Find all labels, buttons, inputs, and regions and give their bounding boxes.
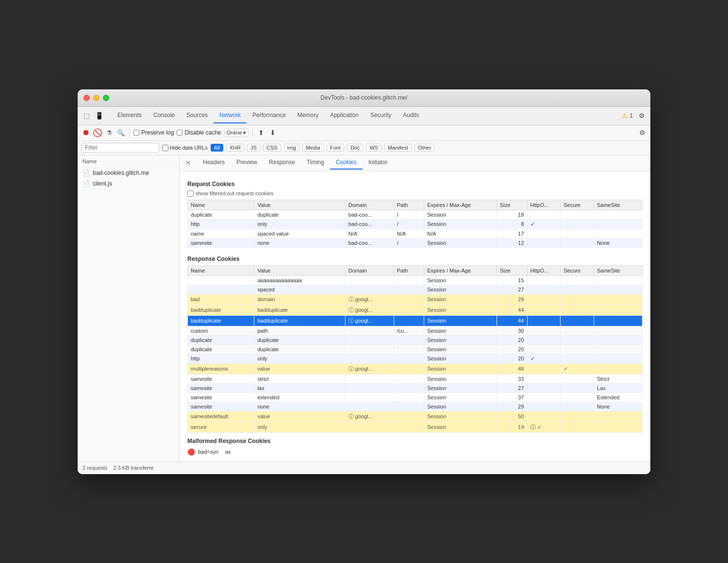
response-row-cell[interactable]: Session	[424, 392, 497, 402]
response-row-cell[interactable]: ✓	[561, 363, 594, 374]
tab-network[interactable]: Network	[214, 108, 247, 123]
request-row-cell[interactable]: None	[594, 238, 642, 247]
preserve-log-checkbox[interactable]	[133, 130, 139, 136]
response-row-cell[interactable]	[345, 326, 394, 335]
response-row-cell[interactable]	[394, 402, 424, 411]
tab-elements[interactable]: Elements	[112, 108, 148, 123]
request-row-cell[interactable]: 17	[497, 229, 527, 238]
close-button[interactable]	[83, 95, 90, 101]
search-icon[interactable]: 🔍	[116, 128, 125, 137]
request-row-cell[interactable]: name	[188, 229, 254, 238]
response-row-cell[interactable]: duplicate	[188, 335, 254, 344]
request-row-cell[interactable]: duplicate	[254, 210, 345, 219]
response-row-cell[interactable]: badduplicate	[188, 305, 254, 315]
response-row-cell[interactable]: samesite	[188, 392, 254, 402]
response-row-cell[interactable]: 27	[497, 383, 527, 392]
request-row-cell[interactable]: Session	[424, 238, 497, 247]
response-row-cell[interactable]: Session	[424, 335, 497, 344]
response-table-row[interactable]: samesitedefaultvalueⓘ googl...Session50	[188, 411, 643, 422]
request-row-cell[interactable]: bad-coo...	[345, 219, 394, 229]
response-row-cell[interactable]	[527, 344, 561, 354]
response-row-cell[interactable]	[394, 374, 424, 383]
response-row-cell[interactable]: Session	[424, 363, 497, 374]
minimize-button[interactable]	[93, 95, 99, 101]
response-table-row[interactable]: aaaaaaaaaaaaaaaSession15	[188, 275, 643, 285]
response-row-cell[interactable]	[527, 374, 561, 383]
request-row-cell[interactable]: 12	[497, 238, 527, 247]
request-row-cell[interactable]	[594, 229, 642, 238]
response-row-cell[interactable]: lax	[254, 383, 345, 392]
sub-tab-headers[interactable]: Headers	[197, 156, 231, 170]
response-row-cell[interactable]	[188, 285, 254, 294]
response-row-cell[interactable]: Session	[424, 344, 497, 354]
response-row-cell[interactable]	[594, 285, 642, 294]
filter-input[interactable]	[82, 143, 159, 153]
filter-type-manifest[interactable]: Manifest	[384, 144, 412, 152]
response-row-cell[interactable]	[561, 422, 594, 432]
response-row-cell[interactable]: value	[254, 411, 345, 422]
response-row-cell[interactable]: badduplicate	[254, 305, 345, 315]
response-row-cell[interactable]	[188, 275, 254, 285]
request-row-cell[interactable]: bad-coo...	[345, 238, 394, 247]
filter-type-js[interactable]: JS	[247, 144, 260, 152]
response-table-row[interactable]: samesiteextendedSession37Extended	[188, 392, 643, 402]
response-row-cell[interactable]	[561, 326, 594, 335]
response-row-cell[interactable]: spaced	[254, 285, 345, 294]
sub-tab-timing[interactable]: Timing	[301, 156, 330, 170]
response-table-row[interactable]: secureonlySession19ⓘ ✓	[188, 422, 643, 432]
response-row-cell[interactable]: /cu...	[394, 326, 424, 335]
response-table-row[interactable]: multiplereasonsvalueⓘ googl...Session48✓	[188, 363, 643, 374]
response-row-cell[interactable]	[394, 285, 424, 294]
response-row-cell[interactable]	[527, 335, 561, 344]
response-row-cell[interactable]	[594, 326, 642, 335]
response-row-cell[interactable]: 33	[497, 374, 527, 383]
response-row-cell[interactable]	[394, 275, 424, 285]
response-row-cell[interactable]	[394, 305, 424, 315]
response-row-cell[interactable]: strict	[254, 374, 345, 383]
filter-type-xhr[interactable]: XHR	[226, 144, 244, 152]
settings-icon[interactable]: ⚙	[637, 111, 646, 120]
request-row-cell[interactable]: duplicate	[188, 210, 254, 219]
response-row-cell[interactable]	[345, 275, 394, 285]
disable-cache-checkbox[interactable]	[177, 130, 182, 136]
response-row-cell[interactable]	[594, 305, 642, 315]
tab-sources[interactable]: Sources	[181, 108, 214, 123]
response-row-cell[interactable]	[594, 275, 642, 285]
response-row-cell[interactable]	[594, 294, 642, 305]
response-row-cell[interactable]	[345, 422, 394, 432]
download-icon[interactable]: ⬇	[268, 128, 277, 137]
response-row-cell[interactable]	[527, 294, 561, 305]
response-row-cell[interactable]: http	[188, 354, 254, 363]
show-filtered-label[interactable]: show filtered out request cookies	[187, 190, 273, 197]
response-row-cell[interactable]	[345, 285, 394, 294]
response-table-row[interactable]: httponlySession20✓	[188, 354, 643, 363]
sub-tab-preview[interactable]: Preview	[231, 156, 263, 170]
response-row-cell[interactable]	[345, 354, 394, 363]
clear-icon[interactable]: 🚫	[93, 128, 102, 137]
response-row-cell[interactable]: none	[254, 402, 345, 411]
response-row-cell[interactable]	[394, 294, 424, 305]
response-row-cell[interactable]	[561, 335, 594, 344]
network-settings-icon[interactable]: ⚙	[638, 128, 646, 137]
response-row-cell[interactable]	[345, 374, 394, 383]
request-row-cell[interactable]	[561, 238, 594, 247]
response-row-cell[interactable]: samesite	[188, 374, 254, 383]
response-row-cell[interactable]: samesite	[188, 383, 254, 392]
response-row-cell[interactable]: Session	[424, 402, 497, 411]
request-row-cell[interactable]	[527, 238, 561, 247]
response-row-cell[interactable]	[345, 335, 394, 344]
response-row-cell[interactable]: duplicate	[254, 335, 345, 344]
response-row-cell[interactable]	[594, 344, 642, 354]
response-row-cell[interactable]	[594, 335, 642, 344]
response-row-cell[interactable]: Session	[424, 285, 497, 294]
response-table-row[interactable]: duplicateduplicateSession20	[188, 335, 643, 344]
response-row-cell[interactable]: 44	[497, 305, 527, 315]
inspect-icon[interactable]: ⬚	[82, 111, 91, 120]
response-row-cell[interactable]: ⓘ googl...	[345, 294, 394, 305]
response-row-cell[interactable]	[527, 275, 561, 285]
request-row-cell[interactable]	[527, 229, 561, 238]
request-row-cell[interactable]: /	[394, 210, 424, 219]
request-row-cell[interactable]: samesite	[188, 238, 254, 247]
request-row-cell[interactable]: /	[394, 219, 424, 229]
response-row-cell[interactable]	[527, 285, 561, 294]
